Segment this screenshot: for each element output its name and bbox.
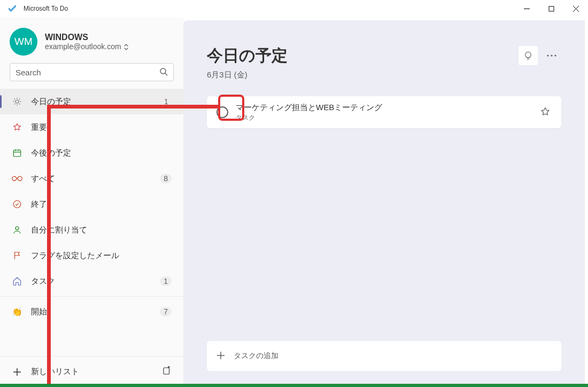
nav-badge: 1 xyxy=(161,97,172,106)
nav-completed[interactable]: 終了 xyxy=(0,191,183,217)
close-button[interactable] xyxy=(563,0,588,17)
star-icon xyxy=(12,122,22,133)
task-star-button[interactable] xyxy=(540,106,552,118)
nav-flagged[interactable]: フラグを設定したメール xyxy=(0,243,183,268)
list-options-button[interactable] xyxy=(542,46,561,65)
svg-point-4 xyxy=(160,68,166,74)
new-list-button[interactable]: 新しいリスト xyxy=(0,356,183,387)
svg-line-11 xyxy=(14,99,16,100)
nav-my-day[interactable]: 今日の予定 1 xyxy=(0,89,183,114)
svg-line-14 xyxy=(19,99,20,100)
list-item[interactable]: 👏 開始 7 xyxy=(0,299,183,324)
task-subtitle: タスク xyxy=(236,113,532,122)
sun-icon xyxy=(12,96,22,107)
svg-line-5 xyxy=(165,73,167,75)
svg-rect-15 xyxy=(13,150,21,157)
more-icon xyxy=(547,55,556,57)
new-group-icon[interactable] xyxy=(162,366,172,377)
search-icon xyxy=(159,67,168,78)
chevron-updown-icon xyxy=(123,43,129,50)
account-name: WINDOWS xyxy=(45,33,129,42)
search-input[interactable]: Search xyxy=(10,63,174,81)
nav-list: 今日の予定 1 重要 今後の予定 xyxy=(0,89,183,356)
svg-point-26 xyxy=(547,55,548,56)
svg-point-20 xyxy=(16,227,19,230)
plus-icon xyxy=(216,351,225,361)
check-circle-icon xyxy=(12,199,22,210)
svg-point-28 xyxy=(554,55,556,56)
divider xyxy=(0,296,183,297)
svg-rect-1 xyxy=(549,6,554,11)
flag-icon xyxy=(12,250,22,261)
calendar-icon xyxy=(12,148,22,158)
svg-point-27 xyxy=(551,55,552,56)
task-title: マーケティング担当とWEBミーティング xyxy=(236,103,532,113)
clap-emoji-icon: 👏 xyxy=(12,306,22,317)
nav-planned[interactable]: 今後の予定 xyxy=(0,140,183,166)
search-placeholder: Search xyxy=(16,68,159,77)
nav-assigned[interactable]: 自分に割り当て xyxy=(0,217,183,243)
nav-tasks[interactable]: タスク 1 xyxy=(0,268,183,294)
main-panel: 今日の予定 6月3日 (金) マーケティング担当とWEBミーティング xyxy=(183,20,585,384)
nav-all[interactable]: すべて 8 xyxy=(0,166,183,191)
nav-important[interactable]: 重要 xyxy=(0,114,183,140)
svg-line-12 xyxy=(19,104,20,105)
plus-icon xyxy=(12,367,22,377)
add-task-placeholder: タスクの追加 xyxy=(234,351,278,361)
person-icon xyxy=(12,225,22,235)
maximize-button[interactable] xyxy=(539,0,563,17)
app-icon xyxy=(7,4,17,13)
page-date: 6月3日 (金) xyxy=(207,70,519,80)
sidebar: WM WINDOWS example@outlook.com Search xyxy=(0,17,183,387)
title-bar: Microsoft To Do xyxy=(0,0,588,17)
nav-badge: 1 xyxy=(160,276,172,286)
lightbulb-icon xyxy=(523,51,533,60)
svg-point-19 xyxy=(13,200,21,208)
svg-point-6 xyxy=(16,100,19,103)
svg-rect-23 xyxy=(164,368,169,374)
account-switcher[interactable]: WM WINDOWS example@outlook.com xyxy=(0,22,183,63)
page-title: 今日の予定 xyxy=(207,45,519,67)
nav-badge: 8 xyxy=(160,174,172,183)
task-row[interactable]: マーケティング担当とWEBミーティング タスク xyxy=(207,96,561,128)
suggestions-button[interactable] xyxy=(519,46,538,65)
minimize-button[interactable] xyxy=(514,0,539,17)
svg-line-13 xyxy=(14,104,16,105)
nav-badge: 7 xyxy=(160,307,172,316)
infinity-icon xyxy=(12,173,22,184)
task-complete-checkbox[interactable] xyxy=(216,106,228,118)
app-title: Microsoft To Do xyxy=(24,5,68,12)
account-email: example@outlook.com xyxy=(45,42,129,51)
avatar: WM xyxy=(10,28,37,56)
home-icon xyxy=(12,276,22,287)
add-task-input[interactable]: タスクの追加 xyxy=(207,341,561,371)
